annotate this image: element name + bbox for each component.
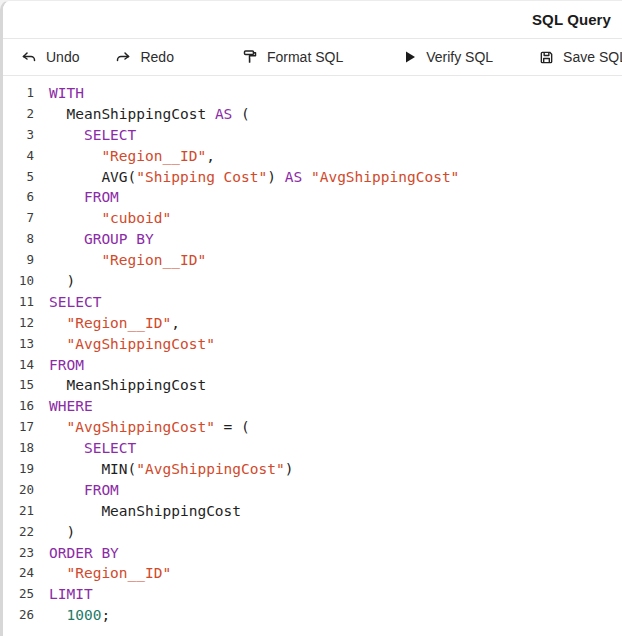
code-line[interactable]: 11SELECT [3, 292, 622, 313]
floppy-disk-icon [539, 50, 554, 65]
sql-code-editor[interactable]: 1WITH2 MeanShippingCost AS (3 SELECT4 "R… [3, 76, 622, 626]
code-text: "cuboid" [34, 208, 171, 229]
line-number: 21 [3, 501, 34, 522]
redo-icon [115, 49, 131, 65]
line-number: 3 [3, 125, 34, 146]
format-sql-button[interactable]: Format SQL [240, 45, 345, 69]
page-title: SQL Query [532, 11, 611, 28]
code-line[interactable]: 13 "AvgShippingCost" [3, 334, 622, 355]
paint-roller-icon [242, 49, 258, 65]
code-text: SELECT [34, 292, 101, 313]
line-number: 14 [3, 355, 34, 376]
code-text: ) [34, 522, 75, 543]
line-number: 15 [3, 375, 34, 396]
line-number: 22 [3, 522, 34, 543]
code-line[interactable]: 21 MeanShippingCost [3, 501, 622, 522]
line-number: 17 [3, 417, 34, 438]
code-line[interactable]: 15 MeanShippingCost [3, 375, 622, 396]
code-line[interactable]: 2 MeanShippingCost AS ( [3, 104, 622, 125]
code-text: FROM [34, 480, 119, 501]
line-number: 16 [3, 396, 34, 417]
line-number: 12 [3, 313, 34, 334]
code-line[interactable]: 12 "Region__ID", [3, 313, 622, 334]
code-line[interactable]: 19 MIN("AvgShippingCost") [3, 459, 622, 480]
code-line[interactable]: 20 FROM [3, 480, 622, 501]
save-sql-label: Save SQL [563, 49, 622, 65]
line-number: 19 [3, 459, 34, 480]
line-number: 24 [3, 563, 34, 584]
undo-label: Undo [46, 49, 79, 65]
code-text: GROUP BY [34, 229, 154, 250]
code-text: MeanShippingCost [34, 501, 241, 522]
code-line[interactable]: 9 "Region__ID" [3, 250, 622, 271]
code-line[interactable]: 6 FROM [3, 187, 622, 208]
line-number: 6 [3, 187, 34, 208]
code-text: "AvgShippingCost" [34, 334, 215, 355]
sql-query-panel: SQL Query Undo Redo [0, 0, 622, 636]
line-number: 18 [3, 438, 34, 459]
code-text: WHERE [34, 396, 93, 417]
code-text: "Region__ID", [34, 313, 180, 334]
code-line[interactable]: 26 1000; [3, 605, 622, 626]
code-line[interactable]: 24 "Region__ID" [3, 563, 622, 584]
verify-sql-button[interactable]: Verify SQL [401, 45, 495, 69]
undo-icon [21, 49, 37, 65]
code-text: AVG("Shipping Cost") AS "AvgShippingCost… [34, 167, 459, 188]
code-text: FROM [34, 355, 84, 376]
code-line[interactable]: 16WHERE [3, 396, 622, 417]
code-text: "Region__ID" [34, 563, 171, 584]
code-line[interactable]: 5 AVG("Shipping Cost") AS "AvgShippingCo… [3, 167, 622, 188]
line-number: 2 [3, 104, 34, 125]
code-line[interactable]: 25LIMIT [3, 584, 622, 605]
undo-button[interactable]: Undo [19, 45, 81, 69]
code-line[interactable]: 23ORDER BY [3, 543, 622, 564]
code-line[interactable]: 4 "Region__ID", [3, 146, 622, 167]
code-line[interactable]: 22 ) [3, 522, 622, 543]
redo-label: Redo [140, 49, 173, 65]
code-text: ORDER BY [34, 543, 119, 564]
code-text: 1000; [34, 605, 110, 626]
redo-button[interactable]: Redo [113, 45, 175, 69]
line-number: 11 [3, 292, 34, 313]
code-text: MeanShippingCost [34, 375, 206, 396]
code-line[interactable]: 10 ) [3, 271, 622, 292]
code-line[interactable]: 14FROM [3, 355, 622, 376]
editor-toolbar: Undo Redo Format SQL [3, 39, 622, 76]
code-line[interactable]: 17 "AvgShippingCost" = ( [3, 417, 622, 438]
code-text: MIN("AvgShippingCost") [34, 459, 293, 480]
code-text: "Region__ID" [34, 250, 206, 271]
panel-header: SQL Query [3, 1, 622, 39]
code-text: ) [34, 271, 75, 292]
save-sql-button[interactable]: Save SQL [537, 45, 622, 69]
line-number: 4 [3, 146, 34, 167]
code-text: "AvgShippingCost" = ( [34, 417, 250, 438]
code-line[interactable]: 7 "cuboid" [3, 208, 622, 229]
code-line[interactable]: 8 GROUP BY [3, 229, 622, 250]
code-text: FROM [34, 187, 119, 208]
code-text: WITH [34, 83, 84, 104]
verify-sql-label: Verify SQL [426, 49, 493, 65]
code-text: SELECT [34, 125, 136, 146]
line-number: 7 [3, 208, 34, 229]
code-line[interactable]: 18 SELECT [3, 438, 622, 459]
line-number: 26 [3, 605, 34, 626]
line-number: 25 [3, 584, 34, 605]
line-number: 9 [3, 250, 34, 271]
line-number: 20 [3, 480, 34, 501]
code-text: "Region__ID", [34, 146, 215, 167]
line-number: 23 [3, 543, 34, 564]
code-line[interactable]: 3 SELECT [3, 125, 622, 146]
code-text: MeanShippingCost AS ( [34, 104, 250, 125]
play-icon [403, 50, 417, 64]
code-line[interactable]: 1WITH [3, 83, 622, 104]
line-number: 5 [3, 167, 34, 188]
line-number: 10 [3, 271, 34, 292]
line-number: 8 [3, 229, 34, 250]
code-text: LIMIT [34, 584, 93, 605]
code-text: SELECT [34, 438, 136, 459]
line-number: 1 [3, 83, 34, 104]
line-number: 13 [3, 334, 34, 355]
format-sql-label: Format SQL [267, 49, 343, 65]
